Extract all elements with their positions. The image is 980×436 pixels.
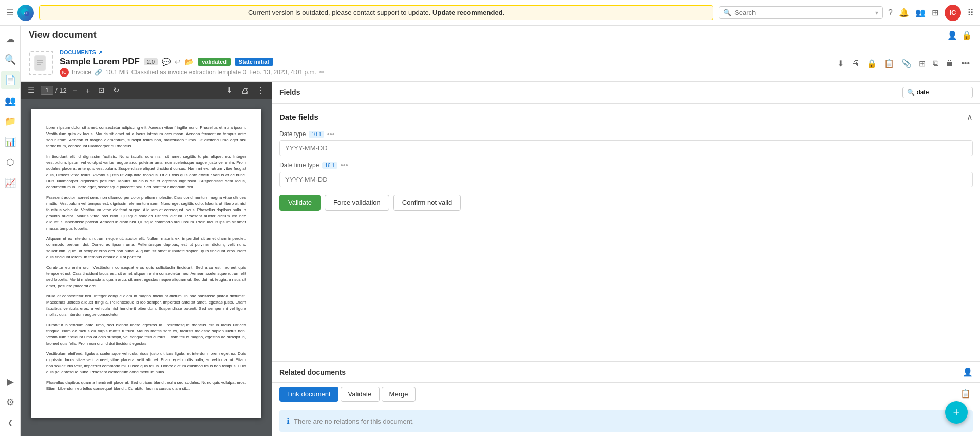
- date-time-type-options-icon[interactable]: •••: [341, 161, 348, 169]
- topbar-right: ? 🔔 👥 ⊞ IC ⠿: [888, 5, 974, 21]
- doc-toolbar-right: ⬇ 🖨 🔒 📋 📎 ⊞ ⧉ 🗑 •••: [835, 56, 972, 70]
- doc-meta: IC Invoice 🔗 10.1 MB Classified as invoi…: [60, 68, 829, 77]
- hamburger-icon[interactable]: ☰: [6, 8, 13, 17]
- sidebar-item-reports[interactable]: 📊: [1, 132, 20, 151]
- lock-doc-icon[interactable]: 🔒: [864, 56, 879, 70]
- doc-meta-invoice: Invoice: [72, 69, 91, 76]
- trash-icon[interactable]: 🗑: [944, 56, 956, 70]
- search-dropdown-icon[interactable]: ▾: [875, 9, 878, 16]
- fields-search-input[interactable]: [917, 89, 968, 96]
- doc-details: DOCUMENTS ↗ Sample Lorem PDF 2.0 💬 ↩ 📂 v…: [60, 49, 829, 77]
- more-options-icon[interactable]: •••: [959, 56, 972, 70]
- user-settings-icon[interactable]: 👤: [947, 30, 957, 40]
- sidebar: ☁ 🔍 📄 👥 📁 📊 ⬡ 📈 ▶ ⚙ ❮: [0, 26, 21, 436]
- doc-version: 2.0: [144, 58, 158, 65]
- link-icon: ↗: [98, 50, 102, 55]
- pdf-paragraph: Vestibulum eleifend, ligula a scelerisqu…: [46, 351, 246, 375]
- attach-icon[interactable]: 📎: [899, 56, 914, 70]
- related-empty-text: There are no relations for this document…: [294, 418, 414, 425]
- fields-title: Fields: [279, 88, 300, 97]
- doc-meta-classified: Classified as invoice extraction templat…: [131, 69, 246, 76]
- pdf-rotate-icon[interactable]: ↻: [111, 85, 122, 96]
- validate-button[interactable]: Validate: [279, 195, 321, 211]
- body-split: ☰ / 12 − + ⊡ ↻ ⬇ 🖨 ⋮ Lorem ips: [21, 82, 980, 436]
- date-type-label: Date type: [279, 130, 306, 138]
- search-icon: 🔍: [723, 9, 731, 16]
- sidebar-item-search[interactable]: 🔍: [1, 50, 20, 69]
- date-time-type-field: Date time type 16 1 •••: [279, 161, 973, 187]
- pdf-content: Lorem ipsum dolor sit amet, consectetur …: [21, 99, 272, 436]
- pdf-paragraph: Aliquam et ex interdum, rutrum neque ut,…: [46, 236, 246, 260]
- related-empty-message: ℹ There are no relations for this docume…: [279, 410, 973, 432]
- search-input[interactable]: [734, 9, 875, 16]
- lock-icon[interactable]: 🔒: [962, 30, 972, 40]
- users-icon[interactable]: 👥: [915, 8, 926, 17]
- pdf-more-icon[interactable]: ⋮: [255, 85, 267, 96]
- sidebar-item-analytics[interactable]: 📈: [1, 174, 20, 192]
- grid-doc-icon[interactable]: ⊞: [917, 56, 928, 70]
- related-validate-button[interactable]: Validate: [341, 387, 380, 402]
- pdf-fit-icon[interactable]: ⊡: [96, 85, 107, 96]
- content-area: View document 👤 🔒 DOCUMENTS: [21, 26, 980, 436]
- fields-search-icon: 🔍: [907, 89, 915, 96]
- force-validation-button[interactable]: Force validation: [325, 195, 389, 211]
- apps-icon[interactable]: ⊞: [932, 8, 938, 17]
- fields-search-bar[interactable]: 🔍: [902, 87, 973, 98]
- related-add-icon[interactable]: 📋: [958, 387, 973, 402]
- search-bar[interactable]: 🔍 ▾: [719, 6, 883, 19]
- folder-icon[interactable]: 📂: [185, 58, 194, 66]
- pdf-print-icon[interactable]: 🖨: [239, 85, 251, 96]
- sidebar-item-play[interactable]: ▶: [1, 372, 20, 391]
- link-document-button[interactable]: Link document: [279, 387, 338, 402]
- pdf-page-info: / 12: [41, 86, 67, 95]
- validated-badge: validated: [198, 58, 231, 66]
- pdf-download-icon[interactable]: ⬇: [224, 85, 235, 96]
- related-panel: Related documents 👤 Link document Valida…: [272, 362, 980, 436]
- fab-add-button[interactable]: +: [945, 401, 968, 424]
- doc-name-row: Sample Lorem PDF 2.0 💬 ↩ 📂 validated Sta…: [60, 56, 829, 67]
- doc-title-row: DOCUMENTS ↗: [60, 49, 829, 55]
- fields-content: Date fields ∧ Date type 10 1 •••: [272, 104, 980, 361]
- history-icon[interactable]: ↩: [175, 58, 181, 66]
- pdf-paragraph: In tincidunt elit id dignissim facilisis…: [46, 154, 246, 191]
- date-time-type-input[interactable]: [279, 172, 973, 187]
- related-title: Related documents: [279, 368, 346, 376]
- pdf-page: Lorem ipsum dolor sit amet, consectetur …: [31, 109, 261, 418]
- page-title: View document: [29, 30, 97, 41]
- related-user-icon[interactable]: 👤: [963, 367, 973, 377]
- sidebar-item-documents[interactable]: 📄: [1, 71, 20, 89]
- sidebar-item-cloud[interactable]: ☁: [1, 30, 20, 48]
- pdf-menu-icon[interactable]: ☰: [26, 85, 36, 96]
- doc-meta-link-icon: 🔗: [95, 69, 102, 76]
- doc-meta-edit-icon[interactable]: ✏: [319, 69, 325, 76]
- topbar: ☰ a Current version is outdated, please …: [0, 0, 980, 26]
- merge-button[interactable]: Merge: [382, 387, 416, 402]
- grid-menu-icon[interactable]: ⠿: [967, 7, 974, 18]
- pdf-icon[interactable]: 📋: [882, 56, 896, 70]
- avatar[interactable]: IC: [945, 5, 961, 21]
- pdf-paragraph: Nulla at consectetur nisl. Integer congu…: [46, 293, 246, 318]
- sidebar-item-folders[interactable]: 📁: [1, 112, 20, 130]
- confirm-not-valid-button[interactable]: Confirm not valid: [393, 195, 461, 211]
- pdf-page-input[interactable]: [41, 86, 53, 95]
- doc-avatar: IC: [60, 68, 69, 77]
- page-header: View document 👤 🔒: [21, 26, 980, 45]
- help-icon[interactable]: ?: [888, 8, 893, 17]
- download-icon[interactable]: ⬇: [835, 56, 846, 70]
- sidebar-item-workflow[interactable]: ⬡: [1, 153, 20, 172]
- notification-icon[interactable]: 🔔: [899, 8, 909, 17]
- copy-icon[interactable]: ⧉: [931, 56, 940, 70]
- logo-icon: a: [17, 5, 34, 21]
- section-collapse-icon[interactable]: ∧: [967, 112, 973, 122]
- date-fields-section-header[interactable]: Date fields ∧: [279, 109, 973, 125]
- comment-icon[interactable]: 💬: [162, 58, 171, 66]
- print-icon[interactable]: 🖨: [849, 56, 861, 70]
- pdf-zoom-in-icon[interactable]: +: [83, 85, 92, 96]
- sidebar-item-settings[interactable]: ⚙: [1, 393, 20, 411]
- right-panel: Fields 🔍 Date fields ∧: [272, 82, 980, 436]
- date-type-options-icon[interactable]: •••: [327, 130, 335, 138]
- sidebar-item-collapse[interactable]: ❮: [1, 413, 20, 432]
- date-type-input[interactable]: [279, 140, 973, 156]
- sidebar-item-users[interactable]: 👥: [1, 91, 20, 110]
- pdf-zoom-out-icon[interactable]: −: [71, 85, 80, 96]
